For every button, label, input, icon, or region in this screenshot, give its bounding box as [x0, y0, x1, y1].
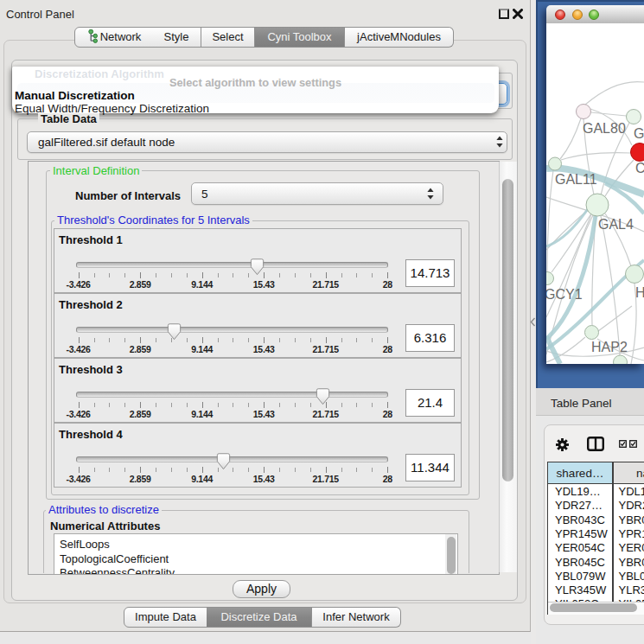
svg-text:HAP2: HAP2	[591, 340, 628, 354]
svg-text:GAL4: GAL4	[598, 217, 634, 232]
svg-text:GAL80: GAL80	[583, 121, 626, 136]
svg-text:H: H	[635, 285, 644, 300]
svg-text:GCY1: GCY1	[546, 287, 583, 302]
svg-text:GAL11: GAL11	[555, 172, 597, 187]
svg-text:C: C	[635, 161, 644, 175]
svg-text:GA: GA	[634, 126, 644, 141]
